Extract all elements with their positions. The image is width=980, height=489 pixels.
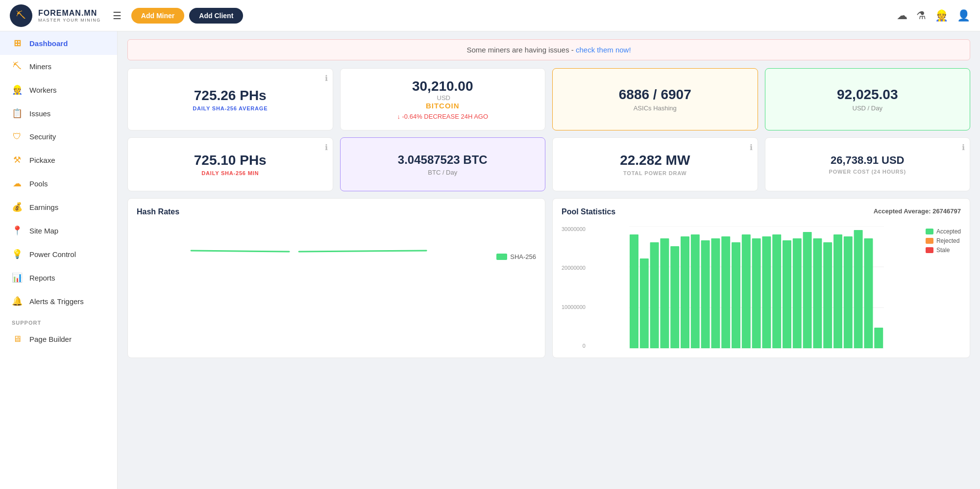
pool-chart-title: Pool Statistics — [562, 207, 615, 216]
svg-rect-17 — [742, 234, 751, 348]
power-draw-value: 22.282 MW — [620, 153, 690, 168]
svg-rect-30 — [874, 328, 883, 348]
sidebar-item-issues[interactable]: 📋 Issues — [0, 102, 117, 125]
sidebar-label-pools: Pools — [29, 180, 48, 188]
svg-rect-14 — [711, 238, 720, 348]
nav-right: ☁ ⚗ 👷 👤 — [897, 9, 970, 22]
svg-rect-6 — [630, 234, 638, 348]
alert-link[interactable]: check them now! — [576, 46, 631, 54]
sidebar-label-power: Power Control — [29, 250, 76, 258]
logo-subtitle: MASTER YOUR MINING — [38, 18, 101, 23]
stat-card-btc-day: 3.04587523 BTC BTC / Day — [340, 137, 546, 191]
y-label-0: 0 — [562, 343, 586, 349]
svg-rect-22 — [793, 238, 802, 348]
info-icon-7[interactable]: ℹ — [750, 143, 753, 152]
sidebar-item-pickaxe[interactable]: ⚒ Pickaxe — [0, 148, 117, 172]
sidebar-item-pools[interactable]: ☁ Pools — [0, 172, 117, 195]
stale-label: Stale — [936, 247, 950, 254]
power-draw-label: TOTAL POWER DRAW — [623, 170, 687, 176]
layout: ⊞ Dashboard ⛏ Miners 👷 Workers 📋 Issues … — [0, 31, 980, 489]
pool-chart-body: 30000000 20000000 10000000 0 — [562, 226, 961, 349]
user-icon[interactable]: 👤 — [957, 9, 970, 22]
accepted-swatch — [926, 229, 933, 234]
alert-banner: Some miners are having issues - check th… — [127, 39, 970, 60]
stat-card-hashrate-min: ℹ 725.10 PHs DAILY SHA-256 MIN — [127, 137, 333, 191]
svg-rect-8 — [650, 242, 659, 348]
sidebar-item-alerts[interactable]: 🔔 Alerts & Triggers — [0, 289, 117, 313]
support-divider: SUPPORT — [0, 313, 117, 328]
logo-text: FOREMAN.MN MASTER YOUR MINING — [38, 9, 101, 23]
workers-icon: 👷 — [12, 84, 23, 95]
add-client-button[interactable]: Add Client — [189, 8, 243, 24]
asics-label: ASICs Hashing — [634, 104, 677, 112]
power-cost-label: POWER COST (24 HOURS) — [829, 169, 906, 175]
hashrate-line-chart — [137, 241, 490, 270]
accepted-avg-value: 26746797 — [932, 207, 961, 215]
power-cost-value: 26,738.91 USD — [831, 154, 904, 167]
sidebar-label-miners: Miners — [29, 62, 51, 71]
hashrate-chart-title: Hash Rates — [137, 207, 536, 216]
accepted-avg-label: Accepted Average: — [874, 207, 931, 215]
sidebar-item-reports[interactable]: 📊 Reports — [0, 266, 117, 289]
hamburger-icon[interactable]: ☰ — [113, 10, 122, 22]
stat-card-bitcoin: 30,210.00 USD BITCOIN ↓ -0.64% DECREASE … — [340, 68, 546, 130]
bitcoin-decrease: ↓ -0.64% DECREASE 24H AGO — [397, 113, 488, 120]
bar-chart-area — [591, 226, 922, 349]
sidebar-item-pagebuilder[interactable]: 🖥 Page Builder — [0, 328, 117, 351]
svg-rect-12 — [691, 234, 700, 348]
y-axis: 30000000 20000000 10000000 0 — [562, 226, 588, 349]
sidebar-item-earnings[interactable]: 💰 Earnings — [0, 195, 117, 219]
legend-accepted: Accepted — [926, 228, 961, 235]
y-label-20m: 20000000 — [562, 265, 586, 271]
info-icon-8[interactable]: ℹ — [962, 143, 965, 152]
sidebar-label-sitemap: Site Map — [29, 227, 58, 235]
svg-line-0 — [191, 251, 289, 252]
miners-icon: ⛏ — [12, 61, 23, 72]
pool-bar-svg — [591, 226, 922, 349]
cloud-icon[interactable]: ☁ — [897, 9, 907, 22]
info-icon-1[interactable]: ℹ — [325, 74, 328, 83]
logo-icon: ⛏ — [10, 4, 32, 27]
sidebar-label-pickaxe: Pickaxe — [29, 156, 55, 164]
bitcoin-unit: USD — [437, 94, 450, 102]
pickaxe-icon: ⚒ — [12, 154, 23, 165]
sidebar-item-miners[interactable]: ⛏ Miners — [0, 55, 117, 78]
btc-day-label: BTC / Day — [428, 169, 457, 176]
pagebuilder-icon: 🖥 — [12, 334, 23, 344]
main-content: Some miners are having issues - check th… — [118, 31, 980, 489]
accepted-label: Accepted — [936, 228, 961, 235]
svg-rect-10 — [670, 246, 679, 348]
power-icon: 💡 — [12, 249, 23, 259]
svg-rect-19 — [762, 236, 771, 348]
worker-icon[interactable]: 👷 — [935, 9, 948, 22]
sidebar-item-workers[interactable]: 👷 Workers — [0, 78, 117, 102]
svg-rect-11 — [681, 236, 689, 348]
pool-chart-legend: Accepted Rejected Stale — [926, 226, 961, 349]
stats-row-2: ℹ 725.10 PHs DAILY SHA-256 MIN 3.0458752… — [127, 137, 970, 191]
sidebar-item-dashboard[interactable]: ⊞ Dashboard — [0, 31, 117, 55]
usd-day-label: USD / Day — [853, 104, 882, 112]
svg-rect-27 — [844, 236, 853, 348]
sidebar-label-dashboard: Dashboard — [29, 39, 68, 48]
usd-day-value: 92,025.03 — [837, 87, 898, 103]
svg-rect-16 — [732, 242, 740, 348]
alert-text: Some miners are having issues - — [466, 46, 576, 54]
info-icon-5[interactable]: ℹ — [325, 143, 328, 152]
sidebar: ⊞ Dashboard ⛏ Miners 👷 Workers 📋 Issues … — [0, 31, 118, 489]
reports-icon: 📊 — [12, 272, 23, 283]
legend-stale: Stale — [926, 247, 961, 254]
filter-icon[interactable]: ⚗ — [916, 9, 926, 22]
sidebar-item-sitemap[interactable]: 📍 Site Map — [0, 219, 117, 242]
issues-icon: 📋 — [12, 108, 23, 119]
sidebar-item-power[interactable]: 💡 Power Control — [0, 242, 117, 266]
btc-day-value: 3.04587523 BTC — [398, 153, 488, 167]
add-miner-button[interactable]: Add Miner — [131, 8, 184, 24]
sitemap-icon: 📍 — [12, 225, 23, 236]
svg-rect-26 — [833, 234, 842, 348]
stat-card-power-cost: ℹ 26,738.91 USD POWER COST (24 HOURS) — [765, 137, 971, 191]
sidebar-item-security[interactable]: 🛡 Security — [0, 125, 117, 148]
svg-rect-15 — [721, 236, 730, 348]
svg-rect-29 — [864, 238, 873, 348]
hashrate-avg-value: 725.26 PHs — [194, 88, 267, 103]
stale-swatch — [926, 247, 933, 253]
